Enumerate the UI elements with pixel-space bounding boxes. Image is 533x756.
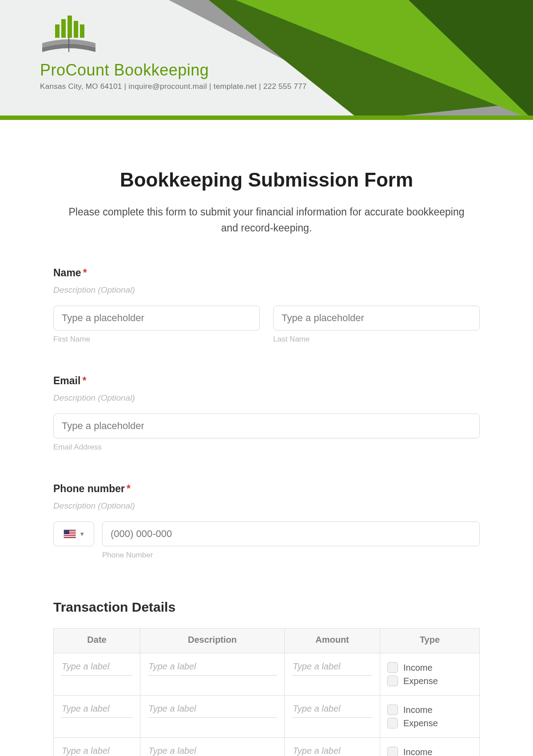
table-row: IncomeExpense — [54, 738, 480, 756]
name-label-text: Name — [53, 267, 81, 279]
table-row: IncomeExpense — [54, 653, 480, 696]
name-label: Name* — [53, 267, 480, 279]
email-field-group: Email* Description (Optional) Email Addr… — [53, 375, 480, 452]
svg-rect-6 — [68, 16, 72, 38]
brand-meta: Kansas City, MO 64101 | inquire@procount… — [40, 82, 351, 91]
svg-rect-8 — [80, 24, 84, 38]
svg-rect-4 — [55, 24, 60, 38]
first-name-sublabel: First Name — [53, 335, 260, 344]
date-cell-input[interactable] — [61, 744, 133, 756]
email-label-text: Email — [53, 375, 80, 386]
col-date: Date — [54, 629, 140, 653]
svg-rect-7 — [74, 21, 78, 38]
first-name-input[interactable] — [53, 306, 260, 330]
income-checkbox[interactable] — [387, 704, 398, 715]
transaction-table: Date Description Amount Type IncomeExpen… — [53, 628, 480, 756]
date-cell-input[interactable] — [61, 660, 133, 676]
expense-checkbox[interactable] — [387, 718, 398, 728]
transaction-section-title: Transaction Details — [53, 600, 480, 615]
income-label: Income — [403, 747, 433, 756]
income-label: Income — [403, 705, 433, 715]
country-code-select[interactable]: ▾ — [53, 521, 94, 546]
income-checkbox[interactable] — [387, 662, 398, 673]
required-mark: * — [127, 483, 131, 494]
expense-checkbox[interactable] — [387, 676, 398, 686]
phone-description: Description (Optional) — [53, 501, 480, 511]
form-container: Bookkeeping Submission Form Please compl… — [53, 120, 480, 756]
expense-label: Expense — [403, 676, 438, 686]
brand-name: ProCount Bookkeeping — [40, 61, 351, 80]
phone-input[interactable] — [102, 521, 480, 546]
required-mark: * — [83, 267, 87, 279]
logo-block: ProCount Bookkeeping Kansas City, MO 641… — [40, 11, 351, 91]
name-description: Description (Optional) — [53, 285, 480, 295]
col-type: Type — [380, 629, 480, 653]
description-cell-input[interactable] — [147, 702, 277, 718]
table-row: IncomeExpense — [54, 696, 480, 738]
income-checkbox[interactable] — [387, 747, 398, 756]
page-intro: Please complete this form to submit your… — [60, 204, 473, 236]
col-description: Description — [140, 629, 285, 653]
description-cell-input[interactable] — [147, 744, 277, 756]
email-input[interactable] — [53, 414, 480, 438]
required-mark: * — [82, 375, 86, 386]
svg-rect-5 — [61, 19, 66, 38]
email-sublabel: Email Address — [53, 443, 480, 452]
phone-label: Phone number* — [53, 483, 480, 495]
email-description: Description (Optional) — [53, 393, 480, 403]
phone-sublabel: Phone Number — [102, 551, 480, 560]
chevron-down-icon: ▾ — [80, 530, 84, 538]
amount-cell-input[interactable] — [292, 660, 373, 676]
date-cell-input[interactable] — [61, 702, 133, 718]
expense-label: Expense — [403, 718, 438, 728]
last-name-sublabel: Last Name — [273, 335, 480, 344]
us-flag-icon — [64, 529, 76, 538]
table-header-row: Date Description Amount Type — [54, 629, 480, 653]
phone-label-text: Phone number — [53, 483, 125, 494]
income-label: Income — [403, 663, 433, 673]
name-field-group: Name* Description (Optional) First Name … — [53, 267, 480, 344]
last-name-input[interactable] — [273, 306, 480, 330]
page-title: Bookkeeping Submission Form — [53, 169, 480, 191]
col-amount: Amount — [285, 629, 380, 653]
description-cell-input[interactable] — [147, 660, 277, 676]
email-label: Email* — [53, 375, 480, 387]
amount-cell-input[interactable] — [292, 702, 373, 718]
phone-field-group: Phone number* Description (Optional) ▾ P… — [53, 483, 480, 560]
brand-logo-icon — [40, 11, 98, 56]
header: ProCount Bookkeeping Kansas City, MO 641… — [0, 0, 533, 120]
amount-cell-input[interactable] — [292, 744, 373, 756]
